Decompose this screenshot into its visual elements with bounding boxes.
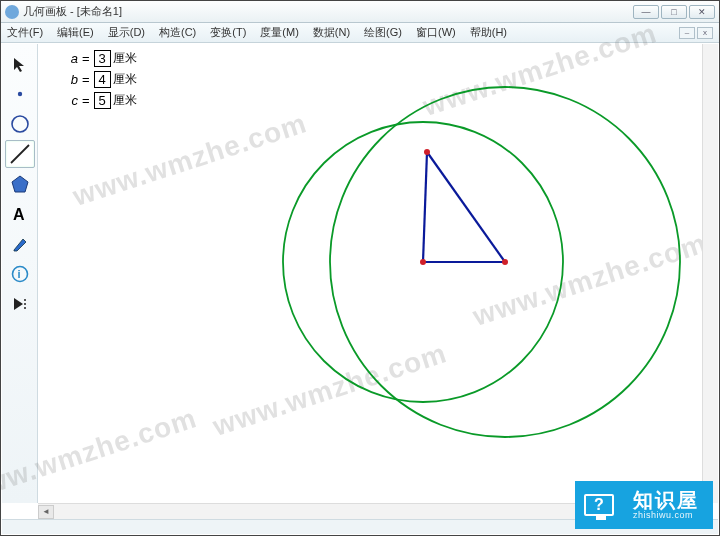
svg-marker-3 — [12, 176, 28, 192]
info-tool[interactable]: i — [5, 260, 35, 288]
menu-file[interactable]: 文件(F) — [7, 25, 43, 40]
doc-close-button[interactable]: x — [697, 27, 713, 39]
line-tool[interactable] — [5, 140, 35, 168]
minimize-button[interactable]: — — [633, 5, 659, 19]
marker-tool[interactable] — [5, 230, 35, 258]
close-button[interactable]: ✕ — [689, 5, 715, 19]
text-tool[interactable]: A — [5, 200, 35, 228]
brand-cn: 知识屋 — [633, 490, 699, 510]
document-controls: – x — [679, 27, 713, 39]
hscroll-left-arrow[interactable]: ◄ — [38, 505, 54, 519]
brand-badge: ? 知识屋 zhishiwu.com — [575, 481, 713, 529]
svg-point-0 — [17, 92, 21, 96]
polygon-tool[interactable] — [5, 170, 35, 198]
svg-point-9 — [24, 307, 26, 309]
svg-text:i: i — [17, 268, 20, 280]
menu-bar: 文件(F) 编辑(E) 显示(D) 构造(C) 变换(T) 度量(M) 数据(N… — [1, 23, 719, 43]
window-buttons: — □ ✕ — [633, 5, 715, 19]
work-area: A i a = 3 厘米 b = 4 厘米 — [2, 44, 718, 503]
circle-tool[interactable] — [5, 110, 35, 138]
maximize-button[interactable]: □ — [661, 5, 687, 19]
menu-window[interactable]: 窗口(W) — [416, 25, 456, 40]
segment-hyp[interactable] — [427, 152, 505, 262]
brand-icon: ? — [575, 481, 623, 529]
vertical-scrollbar[interactable] — [702, 44, 718, 503]
title-bar: 几何画板 - [未命名1] — □ ✕ — [1, 1, 719, 23]
brand-en: zhishiwu.com — [633, 510, 699, 520]
svg-text:A: A — [13, 206, 25, 223]
tool-palette: A i — [2, 44, 38, 503]
custom-tool[interactable] — [5, 290, 35, 318]
menu-help[interactable]: 帮助(H) — [470, 25, 507, 40]
arrow-tool[interactable] — [5, 50, 35, 78]
point-tool[interactable] — [5, 80, 35, 108]
point-right[interactable] — [502, 259, 508, 265]
monitor-icon: ? — [584, 494, 614, 516]
svg-point-7 — [24, 299, 26, 301]
menu-data[interactable]: 数据(N) — [313, 25, 350, 40]
menu-edit[interactable]: 编辑(E) — [57, 25, 94, 40]
drawing-canvas[interactable]: a = 3 厘米 b = 4 厘米 c = 5 厘米 www.wmzhe.com… — [38, 44, 718, 503]
window-title: 几何画板 - [未命名1] — [23, 4, 122, 19]
menu-display[interactable]: 显示(D) — [108, 25, 145, 40]
point-left[interactable] — [420, 259, 426, 265]
sketch-svg — [38, 44, 718, 503]
menu-graph[interactable]: 绘图(G) — [364, 25, 402, 40]
segment-left[interactable] — [423, 152, 427, 262]
svg-point-8 — [24, 303, 26, 305]
point-top[interactable] — [424, 149, 430, 155]
brand-text: 知识屋 zhishiwu.com — [633, 490, 699, 520]
svg-point-1 — [12, 116, 28, 132]
app-icon — [5, 5, 19, 19]
menu-transform[interactable]: 变换(T) — [210, 25, 246, 40]
menu-construct[interactable]: 构造(C) — [159, 25, 196, 40]
doc-minimize-button[interactable]: – — [679, 27, 695, 39]
menu-measure[interactable]: 度量(M) — [260, 25, 299, 40]
svg-line-2 — [11, 145, 29, 163]
